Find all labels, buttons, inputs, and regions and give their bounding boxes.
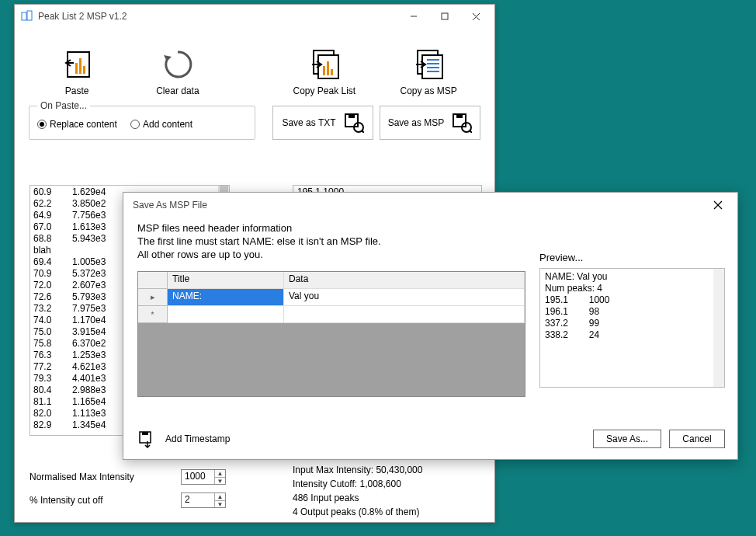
paste-button[interactable]: Paste <box>30 45 123 96</box>
paste-icon <box>30 45 123 84</box>
preview-line: 196.1 98 <box>545 306 720 318</box>
add-content-radio[interactable]: Add content <box>130 119 192 130</box>
clear-icon <box>123 45 231 84</box>
save-as-button[interactable]: Save As... <box>593 430 661 448</box>
save-msp-icon <box>452 113 472 133</box>
grid-cell-title[interactable]: NAME: <box>168 289 284 306</box>
copy-peak-icon <box>270 45 378 84</box>
intensity-cutoff-label: % Intensity cut off <box>29 495 181 506</box>
svg-rect-8 <box>79 58 81 74</box>
close-button[interactable] <box>460 6 491 26</box>
cutoff-value: 2 <box>182 493 214 507</box>
dialog-info-line-2: The first line must start NAME: else it … <box>137 235 525 247</box>
svg-rect-9 <box>83 66 85 74</box>
paste-label: Paste <box>30 85 123 96</box>
grid-row-handle[interactable]: ▸ <box>138 289 168 306</box>
spinner-down-icon[interactable]: ▼ <box>215 478 225 485</box>
grid-row-handle-new[interactable]: * <box>138 306 168 323</box>
replace-label: Replace content <box>50 119 117 130</box>
preview-textbox[interactable]: NAME: Val youNum peaks: 4195.1 1000196.1… <box>539 268 725 388</box>
copy-msp-label: Copy as MSP <box>378 85 479 96</box>
on-paste-legend: On Paste... <box>37 100 90 111</box>
save-as-txt-button[interactable]: Save as TXT <box>272 106 373 140</box>
preview-scrollbar[interactable] <box>713 269 724 387</box>
svg-line-24 <box>362 131 364 133</box>
norm-value: 1000 <box>182 470 214 484</box>
spinner-up-icon[interactable]: ▲ <box>215 493 225 501</box>
norm-max-intensity-spinner[interactable]: 1000 ▲▼ <box>181 469 226 485</box>
clear-label: Clear data <box>123 85 231 96</box>
intensity-cutoff-spinner[interactable]: 2 ▲▼ <box>181 492 226 508</box>
grid-header-data: Data <box>284 272 525 289</box>
add-label: Add content <box>143 119 192 130</box>
dialog-titlebar: Save As MSP File <box>123 193 737 218</box>
timestamp-icon <box>137 430 154 448</box>
svg-rect-14 <box>331 69 333 75</box>
svg-rect-6 <box>68 52 89 77</box>
spinner-up-icon[interactable]: ▲ <box>215 470 225 478</box>
preview-line: NAME: Val you <box>545 271 720 283</box>
stat-input-max: Input Max Intensity: 50,430,000 <box>293 463 422 477</box>
spinner-down-icon[interactable]: ▼ <box>215 501 225 508</box>
grid-row-1[interactable]: ▸ NAME: Val you <box>138 289 525 306</box>
dialog-close-button[interactable] <box>702 194 734 216</box>
svg-rect-12 <box>323 66 325 75</box>
grid-header-row: Title Data <box>138 272 525 289</box>
app-icon <box>21 10 33 23</box>
stats-panel: Input Max Intensity: 50,430,000 Intensit… <box>293 463 422 519</box>
dialog-info-line-3: All other rows are up to you. <box>137 249 525 260</box>
save-txt-icon <box>344 113 364 133</box>
on-paste-group: On Paste... Replace content Add content <box>29 106 255 140</box>
copy-msp-icon <box>378 45 479 84</box>
dialog-title: Save As MSP File <box>130 200 702 211</box>
preview-line: 338.2 24 <box>545 329 720 341</box>
add-timestamp-label: Add Timestamp <box>165 433 230 444</box>
grid-row-new[interactable]: * <box>138 306 525 323</box>
copy-as-msp-button[interactable]: Copy as MSP <box>378 45 479 96</box>
copy-peak-list-button[interactable]: Copy Peak List <box>270 45 378 96</box>
main-titlebar: Peak List 2 MSP v1.2 <box>15 5 494 28</box>
grid-header-title: Title <box>168 272 284 289</box>
save-as-msp-button[interactable]: Save as MSP <box>380 106 480 140</box>
dialog-info-line-1: MSP files need header information <box>137 222 525 234</box>
main-window-title: Peak List 2 MSP v1.2 <box>38 11 398 22</box>
minimize-button[interactable] <box>398 6 429 26</box>
save-msp-dialog: Save As MSP File MSP files need header i… <box>123 192 738 460</box>
stat-input-peaks: 486 Input peaks <box>293 491 422 505</box>
preview-label: Preview... <box>539 252 725 263</box>
save-msp-label: Save as MSP <box>388 117 445 128</box>
dialog-info-text: MSP files need header information The fi… <box>137 222 525 260</box>
preview-line: 195.1 1000 <box>545 294 720 306</box>
svg-rect-0 <box>22 12 26 20</box>
svg-rect-26 <box>456 114 463 118</box>
stat-output-peaks: 4 Output peaks (0.8% of them) <box>293 505 422 519</box>
add-timestamp-button[interactable]: Add Timestamp <box>137 430 230 448</box>
svg-rect-1 <box>27 11 32 20</box>
norm-max-intensity-label: Normalised Max Intensity <box>29 472 181 482</box>
save-txt-label: Save as TXT <box>282 117 335 128</box>
svg-rect-3 <box>442 13 448 19</box>
preview-line: Num peaks: 4 <box>545 283 720 294</box>
svg-rect-32 <box>142 432 148 435</box>
preview-line: 337.2 99 <box>545 318 720 329</box>
header-grid[interactable]: Title Data ▸ NAME: Val you * <box>137 271 525 397</box>
main-toolbar: Paste Clear data Copy Peak List Copy as … <box>15 28 494 99</box>
svg-rect-7 <box>75 63 78 74</box>
clear-data-button[interactable]: Clear data <box>123 45 231 96</box>
grid-cell-data[interactable]: Val you <box>284 289 525 306</box>
svg-line-28 <box>470 131 472 133</box>
svg-rect-13 <box>327 61 329 75</box>
replace-content-radio[interactable]: Replace content <box>37 119 117 130</box>
copy-peak-label: Copy Peak List <box>270 85 378 96</box>
stat-cutoff: Intensity Cutoff: 1,008,600 <box>293 477 422 491</box>
svg-rect-22 <box>349 114 355 118</box>
cancel-button[interactable]: Cancel <box>669 430 725 448</box>
maximize-button[interactable] <box>429 6 460 26</box>
